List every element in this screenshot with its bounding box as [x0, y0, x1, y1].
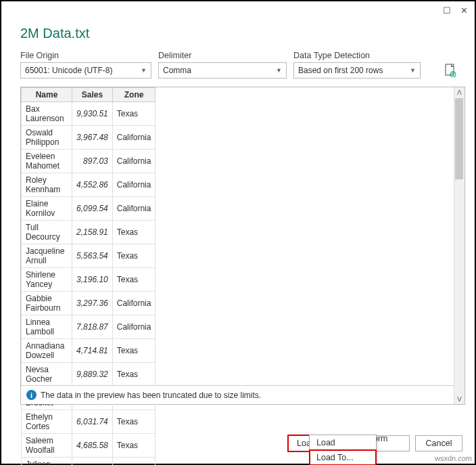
- dialog-title: 2M Data.txt: [20, 26, 456, 41]
- table-row[interactable]: Nevsa Gocher9,889.32Texas: [22, 363, 156, 386]
- cell-name: Nevsa Gocher: [22, 363, 72, 386]
- menu-item-load[interactable]: Load: [310, 435, 376, 450]
- col-header-name[interactable]: Name: [22, 88, 72, 102]
- table-row[interactable]: Roley Kennham4,552.86California: [22, 173, 156, 197]
- cell-sales: 3,196.10: [72, 268, 113, 292]
- table-row[interactable]: Jacqueline Arnull5,563.54Texas: [22, 244, 156, 268]
- cell-zone: California: [112, 126, 156, 150]
- preview-table: Name Sales Zone Bax Laurenson9,930.51Tex…: [21, 87, 156, 465]
- cell-name: Jacqueline Arnull: [22, 244, 72, 268]
- close-icon[interactable]: ✕: [460, 5, 468, 16]
- cell-name: Gabbie Fairbourn: [22, 292, 72, 315]
- cell-zone: Texas: [112, 268, 156, 292]
- delimiter-value: Comma: [163, 66, 191, 75]
- cell-sales: 3,297.36: [72, 292, 113, 315]
- file-origin-select[interactable]: 65001: Unicode (UTF-8) ▼: [20, 62, 151, 79]
- cell-zone: Texas: [112, 363, 156, 386]
- chevron-down-icon: ▼: [410, 67, 416, 74]
- cancel-button[interactable]: Cancel: [415, 435, 462, 451]
- cell-sales: 5,563.54: [72, 244, 113, 268]
- cell-zone: Texas: [112, 410, 156, 434]
- menu-item-load-to[interactable]: Load To...: [310, 450, 376, 465]
- chevron-down-icon: ▼: [276, 67, 282, 74]
- cell-name: Linnea Lamboll: [22, 315, 72, 339]
- watermark: wsxdn.com: [435, 454, 472, 462]
- cell-zone: Texas: [112, 244, 156, 268]
- detection-label: Data Type Detection: [293, 51, 421, 60]
- cell-zone: California: [112, 292, 156, 315]
- scrollbar-track[interactable]: ᐱ ᐯ: [454, 87, 465, 404]
- maximize-icon[interactable]: ☐: [443, 5, 451, 16]
- col-header-zone[interactable]: Zone: [112, 88, 156, 102]
- scroll-up-icon[interactable]: ᐱ: [455, 89, 463, 96]
- cell-name: Shirlene Yancey: [22, 268, 72, 292]
- cell-name: Annadiana Dowzell: [22, 339, 72, 363]
- cell-zone: Texas: [112, 434, 156, 458]
- table-row[interactable]: Saleem Woolfall4,685.58Texas: [22, 434, 156, 458]
- cell-name: Bax Laurenson: [22, 102, 72, 126]
- cell-sales: 1,802.54: [72, 458, 113, 466]
- table-row[interactable]: Shirlene Yancey3,196.10Texas: [22, 268, 156, 292]
- cell-name: Eveleen Mahomet: [22, 150, 72, 173]
- col-header-sales[interactable]: Sales: [72, 88, 113, 102]
- cell-sales: 9,889.32: [72, 363, 113, 386]
- table-row[interactable]: Annadiana Dowzell4,714.81Texas: [22, 339, 156, 363]
- cell-sales: 3,967.48: [72, 126, 113, 150]
- cell-sales: 897.03: [72, 150, 113, 173]
- file-origin-label: File Origin: [20, 51, 151, 60]
- dialog-window: ☐ ✕ 2M Data.txt File Origin 65001: Unico…: [0, 0, 476, 465]
- table-row[interactable]: Julissa Pocklington1,802.54California: [22, 458, 156, 466]
- delimiter-select[interactable]: Comma ▼: [158, 62, 287, 79]
- cell-name: Ethelyn Cortes: [22, 410, 72, 434]
- scrollbar-thumb[interactable]: [455, 98, 463, 179]
- cell-sales: 6,031.74: [72, 410, 113, 434]
- cell-zone: California: [112, 315, 156, 339]
- cell-sales: 9,930.51: [72, 102, 113, 126]
- cell-name: Roley Kennham: [22, 173, 72, 197]
- table-row[interactable]: Eveleen Mahomet897.03California: [22, 150, 156, 173]
- cell-sales: 7,818.87: [72, 315, 113, 339]
- cell-zone: California: [112, 150, 156, 173]
- table-row[interactable]: Tull Decourcy2,158.91Texas: [22, 221, 156, 244]
- cell-name: Oswald Philippon: [22, 126, 72, 150]
- table-row[interactable]: Elaine Kornilov6,099.54California: [22, 197, 156, 221]
- cell-name: Saleem Woolfall: [22, 434, 72, 458]
- info-message: The data in the preview has been truncat…: [41, 391, 261, 400]
- info-icon: i: [26, 390, 37, 400]
- refresh-document-icon[interactable]: [445, 64, 456, 77]
- load-dropdown-menu: Load Load To...: [309, 435, 377, 465]
- detection-value: Based on first 200 rows: [298, 66, 383, 75]
- cell-name: Tull Decourcy: [22, 221, 72, 244]
- chevron-down-icon: ▼: [141, 67, 147, 74]
- scroll-down-icon[interactable]: ᐯ: [455, 395, 463, 403]
- cell-sales: 4,685.58: [72, 434, 113, 458]
- cell-zone: Texas: [112, 221, 156, 244]
- cell-zone: Texas: [112, 339, 156, 363]
- file-origin-value: 65001: Unicode (UTF-8): [25, 66, 112, 75]
- cell-sales: 6,099.54: [72, 197, 113, 221]
- cell-zone: California: [112, 458, 156, 466]
- detection-select[interactable]: Based on first 200 rows ▼: [293, 62, 421, 79]
- cell-sales: 2,158.91: [72, 221, 113, 244]
- preview-table-container: Name Sales Zone Bax Laurenson9,930.51Tex…: [20, 87, 465, 405]
- cell-zone: California: [112, 173, 156, 197]
- cell-zone: California: [112, 197, 156, 221]
- cell-sales: 4,552.86: [72, 173, 113, 197]
- delimiter-label: Delimiter: [158, 51, 287, 60]
- cell-sales: 4,714.81: [72, 339, 113, 363]
- table-row[interactable]: Gabbie Fairbourn3,297.36California: [22, 292, 156, 315]
- table-row[interactable]: Bax Laurenson9,930.51Texas: [22, 102, 156, 126]
- cell-name: Julissa Pocklington: [22, 458, 72, 466]
- info-bar: i The data in the preview has been trunc…: [21, 385, 454, 404]
- cell-name: Elaine Kornilov: [22, 197, 72, 221]
- cell-zone: Texas: [112, 102, 156, 126]
- table-row[interactable]: Ethelyn Cortes6,031.74Texas: [22, 410, 156, 434]
- table-row[interactable]: Linnea Lamboll7,818.87California: [22, 315, 156, 339]
- table-row[interactable]: Oswald Philippon3,967.48California: [22, 126, 156, 150]
